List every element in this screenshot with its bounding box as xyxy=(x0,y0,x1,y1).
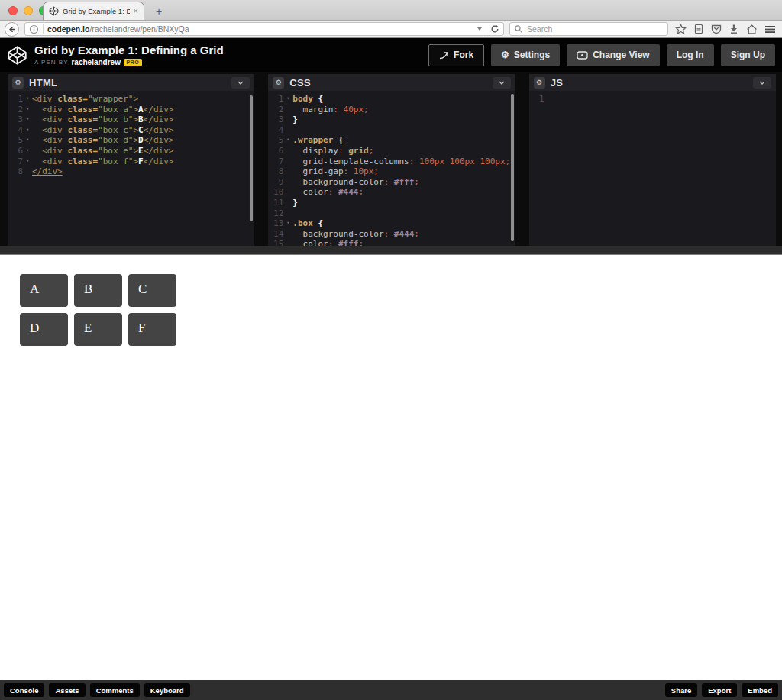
js-code-editor[interactable]: 1 xyxy=(529,91,776,246)
console-button[interactable]: Console xyxy=(4,683,44,697)
panel-title-html: HTML xyxy=(29,77,57,89)
divider xyxy=(43,24,44,34)
pen-byline: A PEN BY rachelandrew PRO xyxy=(34,58,224,66)
gear-icon[interactable]: ⚙ xyxy=(12,77,24,89)
fold-gutter xyxy=(283,105,292,115)
gear-icon[interactable]: ⚙ xyxy=(273,77,284,89)
code-line[interactable]: 1▾body { xyxy=(268,94,515,105)
code-line[interactable]: 3} xyxy=(268,115,515,125)
export-button[interactable]: Export xyxy=(702,683,737,697)
settings-button[interactable]: ⚙ Settings xyxy=(491,44,560,66)
search-input[interactable]: Search xyxy=(509,22,668,36)
code-line[interactable]: 9 background-color: #fff; xyxy=(268,177,515,188)
home-icon[interactable] xyxy=(746,24,758,35)
fold-arrow-icon[interactable]: ▾ xyxy=(283,135,292,146)
share-button[interactable]: Share xyxy=(665,683,697,697)
line-number: 10 xyxy=(268,187,283,198)
fold-arrow-icon[interactable]: ▾ xyxy=(283,218,292,229)
html-code-editor[interactable]: 1▾<div class="wrapper">2▾ <div class="bo… xyxy=(8,91,254,246)
line-number: 6 xyxy=(268,146,283,156)
keyboard-button[interactable]: Keyboard xyxy=(144,683,190,697)
bookmark-star-icon[interactable] xyxy=(675,24,687,35)
chevron-down-icon[interactable] xyxy=(753,77,771,89)
code-line[interactable]: 11} xyxy=(268,198,515,208)
code-line[interactable]: 12 xyxy=(268,208,515,219)
code-line[interactable]: 3▾ <div class="box b">B</div> xyxy=(8,115,254,125)
fork-button[interactable]: Fork xyxy=(428,44,484,66)
log-in-button[interactable]: Log In xyxy=(667,44,714,66)
menu-icon[interactable] xyxy=(764,24,776,34)
fold-gutter xyxy=(283,208,292,219)
embed-button[interactable]: Embed xyxy=(742,683,778,697)
editor-panels: ⚙ HTML 1▾<div class="wrapper">2▾ <div cl… xyxy=(0,72,782,246)
code-line[interactable]: 1▾<div class="wrapper"> xyxy=(8,94,254,105)
code-line[interactable]: 1 xyxy=(529,94,776,105)
chevron-down-icon[interactable] xyxy=(231,77,250,89)
fold-arrow-icon[interactable]: ▾ xyxy=(23,156,32,167)
fold-arrow-icon[interactable]: ▾ xyxy=(23,115,32,125)
code-line[interactable]: 6 display: grid; xyxy=(268,146,515,156)
code-text: color: #fff; xyxy=(292,239,364,246)
chevron-down-icon[interactable] xyxy=(493,77,511,89)
fold-arrow-icon[interactable]: ▾ xyxy=(23,146,32,156)
sign-up-label: Sign Up xyxy=(731,50,765,60)
code-line[interactable]: 7▾ <div class="box f">F</div> xyxy=(8,156,254,167)
code-line[interactable]: 10 color: #444; xyxy=(268,187,515,198)
code-line[interactable]: 4 xyxy=(268,125,515,136)
code-text: background-color: #fff; xyxy=(292,177,419,188)
url-text[interactable]: codepen.io/rachelandrew/pen/BNXyQa xyxy=(47,24,473,34)
code-line[interactable]: 15 color: #fff; xyxy=(268,239,515,246)
code-line[interactable]: 5▾ <div class="box d">D</div> xyxy=(8,135,254,146)
code-line[interactable]: 4▾ <div class="box c">C</div> xyxy=(8,125,254,136)
fold-gutter xyxy=(283,187,292,198)
comments-button[interactable]: Comments xyxy=(90,683,140,697)
fold-arrow-icon[interactable]: ▾ xyxy=(23,125,32,136)
scrollbar[interactable] xyxy=(511,94,514,241)
codepen-logo[interactable] xyxy=(7,45,27,66)
fold-gutter xyxy=(283,156,292,167)
code-line[interactable]: 2 margin: 40px; xyxy=(268,105,515,115)
back-button[interactable] xyxy=(5,22,19,37)
close-window-button[interactable] xyxy=(8,6,18,15)
codepen-header: Grid by Example 1: Defining a Grid A PEN… xyxy=(0,38,782,72)
fold-arrow-icon[interactable]: ▾ xyxy=(23,135,32,146)
code-text: <div class="box f">F</div> xyxy=(32,156,173,167)
browser-tab[interactable]: Grid by Example 1: Defining... × xyxy=(43,2,144,20)
sign-up-button[interactable]: Sign Up xyxy=(721,44,775,66)
assets-button[interactable]: Assets xyxy=(49,683,85,697)
code-line[interactable]: 14 background-color: #444; xyxy=(268,229,515,240)
code-text: </div> xyxy=(32,166,63,177)
code-text: color: #444; xyxy=(292,187,364,198)
download-icon[interactable] xyxy=(729,24,739,34)
scrollbar[interactable] xyxy=(250,95,253,221)
address-bar[interactable]: codepen.io/rachelandrew/pen/BNXyQa xyxy=(24,22,504,36)
code-line[interactable]: 6▾ <div class="box e">E</div> xyxy=(8,146,254,156)
change-view-button[interactable]: Change View xyxy=(567,44,659,66)
minimize-window-button[interactable] xyxy=(24,6,33,15)
reading-list-icon[interactable] xyxy=(693,24,704,34)
tab-title: Grid by Example 1: Defining... xyxy=(63,7,130,15)
info-icon[interactable] xyxy=(29,24,39,34)
gear-icon[interactable]: ⚙ xyxy=(534,77,545,89)
fold-arrow-icon[interactable]: ▾ xyxy=(23,105,32,115)
browser-toolbar: codepen.io/rachelandrew/pen/BNXyQa Searc… xyxy=(0,21,782,38)
code-line[interactable]: 5▾.wrapper { xyxy=(268,135,515,146)
editor-resize-handle[interactable] xyxy=(0,246,782,255)
code-line[interactable]: 13▾.box { xyxy=(268,218,515,229)
new-tab-button[interactable]: + xyxy=(152,5,166,18)
code-line[interactable]: 2▾ <div class="box a">A</div> xyxy=(8,105,254,115)
chevron-down-icon[interactable] xyxy=(477,27,482,31)
code-line[interactable]: 7 grid-template-columns: 100px 100px 100… xyxy=(268,156,515,167)
preview-box-c: C xyxy=(128,274,176,307)
reload-icon[interactable] xyxy=(490,24,499,34)
code-text: grid-template-columns: 100px 100px 100px… xyxy=(292,156,510,167)
fold-arrow-icon[interactable]: ▾ xyxy=(283,94,292,105)
code-line[interactable]: 8 grid-gap: 10px; xyxy=(268,166,515,177)
fold-arrow-icon[interactable]: ▾ xyxy=(23,94,32,105)
tab-close-icon[interactable]: × xyxy=(134,7,138,15)
author-link[interactable]: rachelandrew xyxy=(71,58,120,66)
css-code-editor[interactable]: 1▾body {2 margin: 40px;3}45▾.wrapper {6 … xyxy=(268,91,515,246)
line-number: 11 xyxy=(268,198,283,208)
pocket-icon[interactable] xyxy=(711,24,722,34)
code-line[interactable]: 8</div> xyxy=(8,166,254,177)
